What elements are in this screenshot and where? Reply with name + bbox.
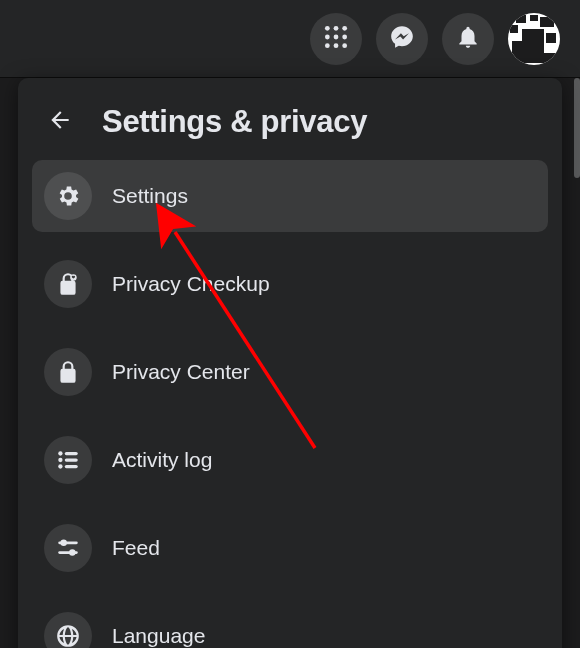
menu-item-label: Feed xyxy=(112,536,160,560)
svg-point-12 xyxy=(58,458,62,462)
list-icon xyxy=(44,436,92,484)
top-bar xyxy=(0,0,580,78)
messenger-button[interactable] xyxy=(376,13,428,65)
panel-title: Settings & privacy xyxy=(102,104,367,140)
menu-item-feed[interactable]: Feed xyxy=(32,512,548,584)
svg-point-8 xyxy=(342,43,347,48)
menu-item-settings[interactable]: Settings xyxy=(32,160,548,232)
menu-item-label: Settings xyxy=(112,184,188,208)
grid-icon xyxy=(323,24,349,54)
svg-point-1 xyxy=(334,25,339,30)
menu-item-language[interactable]: Language xyxy=(32,600,548,648)
svg-point-10 xyxy=(58,451,62,455)
back-button[interactable] xyxy=(40,102,80,142)
account-avatar[interactable] xyxy=(508,13,560,65)
menu-item-label: Activity log xyxy=(112,448,212,472)
bell-icon xyxy=(455,24,481,54)
svg-rect-11 xyxy=(65,452,78,455)
svg-point-19 xyxy=(69,549,76,556)
messenger-icon xyxy=(389,24,415,54)
avatar-icon xyxy=(510,15,558,63)
menu-item-privacy-center[interactable]: Privacy Center xyxy=(32,336,548,408)
menu-item-activity-log[interactable]: Activity log xyxy=(32,424,548,496)
svg-point-17 xyxy=(60,540,66,547)
svg-point-3 xyxy=(325,34,330,39)
gear-icon xyxy=(44,172,92,220)
notifications-button[interactable] xyxy=(442,13,494,65)
svg-point-5 xyxy=(342,34,347,39)
lock-icon xyxy=(44,348,92,396)
svg-point-14 xyxy=(58,464,62,468)
arrow-left-icon xyxy=(47,107,73,137)
svg-point-7 xyxy=(334,43,339,48)
sliders-icon xyxy=(44,524,92,572)
menu-grid-button[interactable] xyxy=(310,13,362,65)
menu-item-privacy-checkup[interactable]: Privacy Checkup xyxy=(32,248,548,320)
svg-point-4 xyxy=(334,34,339,39)
svg-rect-13 xyxy=(65,458,78,461)
settings-privacy-panel: Settings & privacy Settings Privacy Chec… xyxy=(18,78,562,648)
scrollbar[interactable] xyxy=(574,78,580,178)
svg-rect-15 xyxy=(65,465,78,468)
globe-icon xyxy=(44,612,92,648)
panel-header: Settings & privacy xyxy=(32,92,548,160)
lock-heart-icon xyxy=(44,260,92,308)
menu-item-label: Privacy Checkup xyxy=(112,272,270,296)
menu-item-label: Language xyxy=(112,624,205,648)
svg-point-6 xyxy=(325,43,330,48)
svg-point-2 xyxy=(342,25,347,30)
menu-item-label: Privacy Center xyxy=(112,360,250,384)
svg-point-0 xyxy=(325,25,330,30)
